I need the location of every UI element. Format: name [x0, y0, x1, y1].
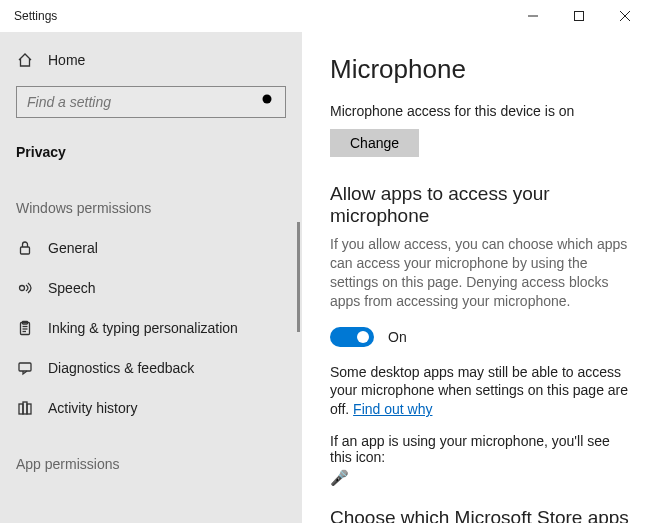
feedback-icon [16, 359, 34, 377]
svg-rect-16 [27, 404, 31, 414]
sidebar-item-general[interactable]: General [0, 228, 302, 268]
sidebar-home-label: Home [48, 52, 85, 68]
lock-icon [16, 239, 34, 257]
sidebar-scrollbar[interactable] [297, 222, 300, 332]
access-status: Microphone access for this device is on [330, 103, 630, 119]
search-input[interactable] [16, 86, 286, 118]
mic-usage-line: If an app is using your microphone, you'… [330, 433, 630, 465]
allow-body: If you allow access, you can choose whic… [330, 235, 630, 311]
clipboard-icon [16, 319, 34, 337]
main-panel: Microphone Microphone access for this de… [302, 32, 648, 523]
sidebar-group-windows-permissions: Windows permissions [0, 188, 302, 228]
svg-rect-6 [21, 247, 30, 254]
microphone-icon: 🎤 [330, 469, 630, 487]
find-out-why-link[interactable]: Find out why [353, 401, 432, 417]
sidebar-current-section: Privacy [0, 132, 302, 172]
sidebar-item-activity[interactable]: Activity history [0, 388, 302, 428]
sidebar-item-inking[interactable]: Inking & typing personalization [0, 308, 302, 348]
allow-apps-toggle[interactable] [330, 327, 374, 347]
search-field[interactable] [27, 94, 261, 110]
sidebar-item-label: General [48, 240, 98, 256]
title-bar: Settings [0, 0, 648, 32]
history-icon [16, 399, 34, 417]
svg-rect-13 [19, 363, 31, 371]
sidebar-item-speech[interactable]: Speech [0, 268, 302, 308]
sidebar-item-diagnostics[interactable]: Diagnostics & feedback [0, 348, 302, 388]
allow-heading: Allow apps to access your microphone [330, 183, 630, 227]
sidebar-item-label: Speech [48, 280, 95, 296]
window-title: Settings [14, 9, 510, 23]
sidebar-item-label: Inking & typing personalization [48, 320, 238, 336]
change-button[interactable]: Change [330, 129, 419, 157]
minimize-button[interactable] [510, 0, 556, 32]
sidebar-item-label: Activity history [48, 400, 137, 416]
sidebar: Home Privacy Windows permissions General… [0, 32, 302, 523]
desktop-apps-note: Some desktop apps may still be able to a… [330, 363, 630, 420]
maximize-button[interactable] [556, 0, 602, 32]
search-icon [261, 93, 275, 111]
choose-apps-heading: Choose which Microsoft Store apps can [330, 507, 630, 523]
sidebar-home[interactable]: Home [0, 40, 302, 80]
speech-icon [16, 279, 34, 297]
page-title: Microphone [330, 54, 630, 85]
sidebar-item-label: Diagnostics & feedback [48, 360, 194, 376]
sidebar-group-app-permissions: App permissions [0, 444, 302, 484]
svg-line-5 [271, 103, 275, 107]
svg-rect-1 [575, 12, 584, 21]
svg-point-7 [20, 286, 25, 291]
svg-point-4 [263, 95, 272, 104]
close-button[interactable] [602, 0, 648, 32]
toggle-state-label: On [388, 329, 407, 345]
home-icon [16, 51, 34, 69]
